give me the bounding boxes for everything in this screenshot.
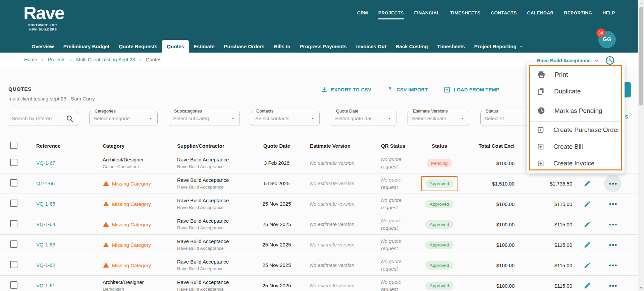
row-more-button[interactable]	[604, 277, 622, 291]
category-text: Missing Category	[112, 263, 151, 268]
estimate-version-cell: No estimate version	[302, 160, 373, 166]
tab-quote-requests[interactable]: Quote Requests	[114, 40, 162, 53]
tab-preliminary-budget[interactable]: Preliminary Budget	[59, 40, 114, 53]
top-nav-item-crm[interactable]: CRM	[357, 10, 368, 15]
row-checkbox[interactable]	[10, 159, 17, 166]
action-csv-import[interactable]: CSV IMPORT	[387, 86, 428, 93]
tab-purchase-orders[interactable]: Purchase Orders	[219, 40, 269, 53]
search-input[interactable]	[11, 115, 66, 122]
menu-item-label: Create Purchase Order	[553, 126, 619, 134]
tab-bills-in[interactable]: Bills In	[269, 40, 295, 53]
quote-date-cell: 3 Feb 2026	[252, 160, 302, 166]
reference-link[interactable]: VQ-1-67	[36, 160, 55, 166]
menu-item-create-invoice[interactable]: Create Invoice	[530, 155, 621, 172]
edit-button[interactable]	[584, 221, 591, 228]
reference-link[interactable]: QT-1-66	[36, 180, 55, 186]
reference-cell: VQ-1-65	[28, 201, 95, 207]
tab-back-costing[interactable]: Back Costing	[391, 40, 433, 53]
row-more-button[interactable]	[604, 216, 622, 233]
filter-select-categories[interactable]: CategoriesSelect categorie	[89, 111, 158, 126]
breadcrumb-item-multi-client-testing-sept-23[interactable]: Multi Client Testing Sept 23	[76, 57, 135, 62]
checkbox-cell	[8, 159, 28, 167]
scroll-up-arrow[interactable]: ▲	[638, 0, 644, 6]
reference-link[interactable]: VQ-1-64	[36, 221, 55, 227]
action-load-from-temp[interactable]: LOAD FROM TEMP	[443, 86, 499, 93]
tab-progress-payments[interactable]: Progress Payments	[295, 40, 352, 53]
search-icon[interactable]	[66, 115, 74, 123]
total-cost-incl-cell: $115.00	[517, 222, 575, 227]
filter-select-subcategories[interactable]: SubcategoriesSelect subcateg	[169, 111, 240, 126]
tab-overview[interactable]: Overview	[27, 40, 59, 53]
supplier-detail-text: Rave Build Acceptance	[177, 225, 252, 231]
subcategory-text: Colour Consultant	[103, 164, 169, 170]
reference-link[interactable]: VQ-1-65	[36, 201, 55, 207]
reference-link[interactable]: VQ-1-62	[36, 262, 55, 268]
checkbox-cell	[8, 240, 28, 249]
top-nav-item-help[interactable]: HELP	[602, 10, 615, 15]
category-text: Missing Category	[112, 242, 151, 248]
scroll-down-arrow[interactable]: ▼	[638, 285, 644, 291]
row-more-button[interactable]	[604, 175, 622, 192]
menu-item-create-purchase-order[interactable]: Create Purchase Order	[530, 122, 621, 138]
row-checkbox[interactable]	[10, 261, 17, 268]
row-checkbox[interactable]	[10, 200, 17, 207]
warning-icon	[103, 241, 109, 248]
avatar-initials: GG	[603, 37, 611, 43]
row-more-button[interactable]	[604, 236, 622, 253]
top-nav-item-projects[interactable]: PROJECTS	[378, 10, 404, 15]
edit-button[interactable]	[584, 262, 591, 269]
warning-icon	[103, 262, 109, 269]
row-checkbox[interactable]	[10, 281, 17, 289]
quote-date-cell: 25 Nov 2025	[252, 221, 302, 227]
edit-button[interactable]	[584, 241, 591, 248]
row-more-button[interactable]	[604, 195, 622, 213]
edit-cell	[575, 241, 600, 248]
reference-link[interactable]: VQ-1-63	[36, 242, 55, 247]
select-all-checkbox[interactable]	[10, 142, 17, 149]
edit-button[interactable]	[584, 282, 591, 289]
scrollbar-thumb[interactable]	[639, 7, 643, 105]
notification-badge[interactable]: 30	[596, 28, 605, 38]
duplicate-icon	[537, 87, 545, 95]
menu-item-print[interactable]: Print	[530, 66, 621, 83]
column-header: Supplier/Contractor	[169, 143, 252, 149]
rave-logo[interactable]: Rave SOFTWARE FOR KIWI BUILDERS	[23, 3, 57, 31]
reference-link[interactable]: VQ-1-61	[36, 283, 55, 288]
top-nav-item-financial[interactable]: FINANCIAL	[414, 10, 440, 15]
menu-group: Mark as Pending	[530, 100, 621, 121]
tab-quotes[interactable]: Quotes	[162, 40, 189, 53]
column-header: Total Cost Excl	[463, 143, 517, 149]
tab-estimate[interactable]: Estimate	[189, 40, 219, 53]
tab-invoices-out[interactable]: Invoices Out	[352, 40, 391, 53]
filter-select-contacts[interactable]: ContactsSelect contacts	[251, 111, 320, 126]
row-checkbox[interactable]	[10, 179, 17, 187]
filter-select-quote-date[interactable]: Quote DateSelect quote dat	[331, 111, 396, 126]
clock-outline-icon[interactable]	[605, 56, 615, 65]
edit-button[interactable]	[584, 200, 591, 208]
menu-item-mark-as-pending[interactable]: Mark as Pending	[530, 100, 621, 121]
breadcrumb-item-home[interactable]: Home	[24, 57, 37, 62]
edit-cell	[575, 221, 600, 228]
action-export-to-csv[interactable]: EXPORT TO CSV	[321, 86, 371, 93]
user-avatar[interactable]: GG 30	[598, 31, 616, 48]
top-nav-item-contacts[interactable]: CONTACTS	[491, 10, 517, 15]
top-nav-item-timesheets[interactable]: TIMESHEETS	[450, 10, 480, 15]
filter-select-estimate-versions[interactable]: Estimate VersionsSelect estimate	[408, 111, 469, 126]
edit-button[interactable]	[584, 180, 591, 187]
upload-icon	[387, 86, 393, 93]
row-more-button[interactable]	[604, 257, 622, 274]
top-nav-item-reporting[interactable]: REPORTING	[564, 10, 592, 15]
row-checkbox[interactable]	[10, 240, 17, 248]
company-selector[interactable]: Rave Build Acceptance	[537, 56, 615, 65]
company-name: Rave Build Acceptance	[537, 58, 591, 63]
row-checkbox[interactable]	[10, 220, 17, 227]
tab-timesheets[interactable]: Timesheets	[433, 40, 470, 53]
menu-item-duplicate[interactable]: Duplicate	[530, 83, 621, 100]
top-nav-item-calendar[interactable]: CALENDAR	[527, 10, 554, 15]
menu-item-create-bill[interactable]: Create Bill	[530, 138, 621, 155]
breadcrumb-item-projects[interactable]: Projects	[48, 57, 65, 62]
quote-date-cell: 25 Nov 2025	[252, 201, 302, 207]
tab-project-reporting[interactable]: Project Reporting	[470, 40, 528, 53]
scrollbar[interactable]: ▲ ▼	[638, 0, 644, 291]
menu-item-label: Mark as Pending	[554, 107, 602, 115]
